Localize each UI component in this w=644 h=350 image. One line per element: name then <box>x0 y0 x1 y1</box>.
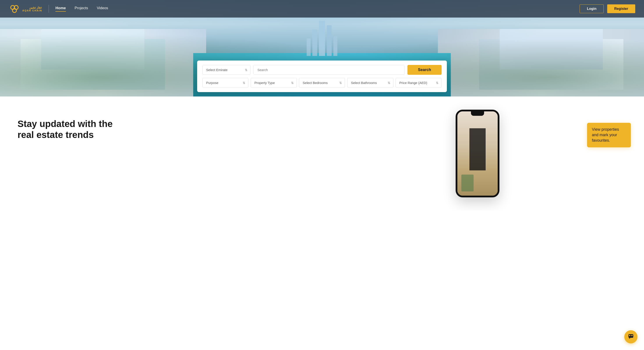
content-section: Stay updated with the real estate trends… <box>0 96 644 211</box>
hero-building-right <box>438 29 644 96</box>
purpose-select[interactable]: Purpose Buy Rent Off Plan <box>202 78 248 88</box>
svg-point-2 <box>12 9 16 13</box>
logo[interactable]: عقار تشين AQAR CHAIN <box>9 3 42 15</box>
phone-notch <box>471 111 484 116</box>
nav-link-home[interactable]: Home <box>56 6 66 12</box>
price-range-select[interactable]: Price Range (AED) 0 - 500,000 AED 500,00… <box>396 78 442 88</box>
search-input[interactable] <box>254 65 404 75</box>
nav-link-projects[interactable]: Projects <box>75 6 88 12</box>
hero-building-left <box>0 29 206 96</box>
content-left: Stay updated with the real estate trends <box>18 110 316 140</box>
search-button[interactable]: Search <box>408 65 442 75</box>
search-top-row: Select Emirate Dubai Abu Dhabi Sharjah A… <box>202 65 442 75</box>
purpose-select-wrapper: Purpose Buy Rent Off Plan <box>202 78 248 88</box>
nav-link-videos[interactable]: Videos <box>97 6 108 12</box>
tooltip-text: View properties and mark your favourites… <box>592 127 619 142</box>
price-range-select-wrapper: Price Range (AED) 0 - 500,000 AED 500,00… <box>396 78 442 88</box>
nav-links: Home Projects Videos <box>56 6 580 12</box>
bathrooms-select[interactable]: Select Bathrooms 1 Bathroom 2 Bathrooms … <box>347 78 393 88</box>
search-input-wrapper <box>253 65 405 75</box>
navbar: عقار تشين AQAR CHAIN Home Projects Video… <box>0 0 644 18</box>
logo-icon <box>9 3 20 15</box>
property-type-select[interactable]: Property Type Apartment Villa Townhouse … <box>250 78 296 88</box>
content-title: Stay updated with the real estate trends <box>18 118 127 140</box>
hero-city-towers <box>307 21 337 56</box>
logo-text: عقار تشين AQAR CHAIN <box>22 6 42 12</box>
bathrooms-select-wrapper: Select Bathrooms 1 Bathroom 2 Bathrooms … <box>347 78 393 88</box>
login-button[interactable]: Login <box>580 5 604 13</box>
nav-actions: Login Register <box>580 5 635 13</box>
phone-screen <box>457 111 498 196</box>
property-type-select-wrapper: Property Type Apartment Villa Townhouse … <box>250 78 296 88</box>
emirate-select[interactable]: Select Emirate Dubai Abu Dhabi Sharjah A… <box>202 65 250 75</box>
bedrooms-select-wrapper: Select Bedrooms Studio 1 Bedroom 2 Bedro… <box>299 78 345 88</box>
phone-mockup <box>456 110 500 197</box>
emirate-select-wrapper: Select Emirate Dubai Abu Dhabi Sharjah A… <box>202 65 250 75</box>
bedrooms-select[interactable]: Select Bedrooms Studio 1 Bedroom 2 Bedro… <box>299 78 345 88</box>
search-container: Select Emirate Dubai Abu Dhabi Sharjah A… <box>197 61 447 92</box>
register-button[interactable]: Register <box>607 5 635 13</box>
content-right: View properties and mark your favourites… <box>328 110 626 197</box>
app-tooltip: View properties and mark your favourites… <box>587 123 631 147</box>
search-bottom-row: Purpose Buy Rent Off Plan Property Type … <box>202 78 442 88</box>
